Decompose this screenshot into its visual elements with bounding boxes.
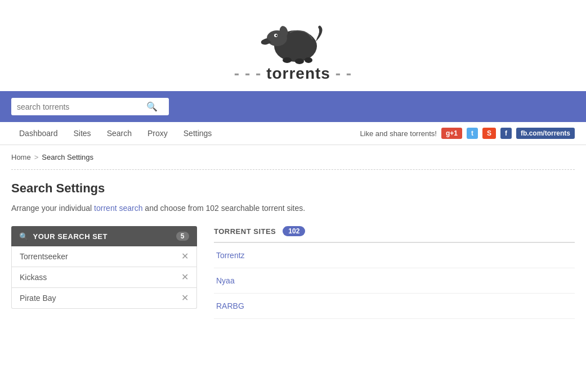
site-item-nyaa[interactable]: Nyaa	[214, 268, 575, 294]
svg-point-3	[276, 35, 278, 37]
description-link[interactable]: torrent search	[94, 204, 142, 213]
search-set-header-left: 🔍 YOUR SEARCH SET	[19, 232, 108, 241]
remove-kickass-button[interactable]: ✕	[181, 273, 189, 282]
search-set-header: 🔍 YOUR SEARCH SET 5	[11, 226, 197, 246]
search-item-label: Torrentseeker	[20, 252, 68, 261]
torrent-sites-title: TORRENT SITES	[214, 227, 276, 236]
nav-social: Like and share torrents! g+1 t S f fb.co…	[360, 128, 575, 139]
description-suffix: and choose from 102 searchable torrent s…	[142, 204, 305, 213]
logo-title: - - - torrents - -	[234, 65, 352, 83]
gplus-button[interactable]: g+1	[441, 128, 462, 139]
search-item-torrentseeker: Torrentseeker ✕	[11, 246, 197, 267]
columns: 🔍 YOUR SEARCH SET 5 Torrentseeker ✕ Kick…	[11, 226, 575, 319]
social-text: Like and share torrents!	[360, 129, 437, 138]
twitter-button[interactable]: t	[467, 128, 478, 139]
description-prefix: Arrange your individual	[11, 204, 94, 213]
logo-dashes-right: - -	[336, 65, 352, 82]
breadcrumb-current: Search Settings	[42, 153, 93, 161]
search-item-kickass: Kickass ✕	[11, 267, 197, 288]
header: - - - torrents - -	[0, 0, 586, 91]
main-content: Search Settings Arrange your individual …	[0, 170, 586, 330]
torrent-sites-count: 102	[283, 226, 305, 236]
svg-point-7	[305, 57, 312, 63]
nav-bar: Dashboard Sites Search Proxy Settings Li…	[0, 122, 586, 145]
stumble-button[interactable]: S	[482, 128, 496, 139]
fb-link-button[interactable]: fb.com/torrents	[516, 128, 575, 139]
search-item-pirate-bay: Pirate Bay ✕	[11, 288, 197, 309]
right-column: TORRENT SITES 102 Torrentz Nyaa RARBG	[214, 226, 575, 319]
search-bar: 🔍	[0, 91, 586, 122]
search-item-label: Kickass	[20, 273, 47, 282]
breadcrumb: Home > Search Settings	[0, 145, 586, 169]
remove-torrentseeker-button[interactable]: ✕	[181, 252, 189, 261]
logo-dashes-left: - - -	[234, 65, 262, 82]
site-item-torrentz[interactable]: Torrentz	[214, 243, 575, 268]
search-item-label: Pirate Bay	[20, 294, 56, 303]
search-input[interactable]	[17, 102, 146, 111]
breadcrumb-home[interactable]: Home	[11, 153, 31, 161]
logo-container: - - - torrents - -	[234, 11, 352, 83]
svg-point-5	[283, 57, 292, 63]
nav-link-search[interactable]: Search	[99, 122, 140, 145]
logo-anteater-icon	[259, 11, 326, 67]
nav-link-settings[interactable]: Settings	[176, 122, 220, 145]
nav-link-dashboard[interactable]: Dashboard	[11, 122, 66, 145]
search-set-icon: 🔍	[19, 232, 29, 241]
left-column: 🔍 YOUR SEARCH SET 5 Torrentseeker ✕ Kick…	[11, 226, 197, 309]
description: Arrange your individual torrent search a…	[11, 204, 575, 213]
nav-links: Dashboard Sites Search Proxy Settings	[11, 122, 360, 145]
torrent-sites-header: TORRENT SITES 102	[214, 226, 575, 236]
nav-link-sites[interactable]: Sites	[66, 122, 99, 145]
search-submit-button[interactable]: 🔍	[146, 101, 158, 112]
search-set-count: 5	[176, 232, 189, 241]
remove-pirate-bay-button[interactable]: ✕	[181, 294, 189, 303]
site-item-rarbg[interactable]: RARBG	[214, 294, 575, 319]
search-set-title: YOUR SEARCH SET	[33, 232, 108, 241]
logo-text: torrents	[266, 65, 330, 82]
nav-link-proxy[interactable]: Proxy	[140, 122, 176, 145]
search-input-wrapper[interactable]: 🔍	[11, 98, 169, 115]
breadcrumb-separator: >	[34, 153, 39, 161]
page-title: Search Settings	[11, 181, 575, 196]
svg-point-6	[295, 58, 304, 64]
facebook-button[interactable]: f	[500, 128, 512, 139]
